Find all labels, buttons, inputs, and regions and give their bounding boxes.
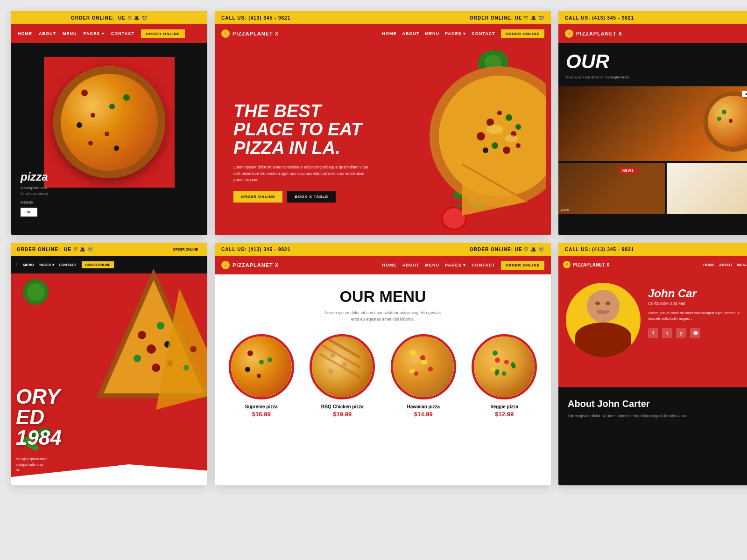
nav-contact-1[interactable]: CONTACT bbox=[111, 31, 134, 36]
john-bottom-section: About John Carter Lorem ipsum dolor sit … bbox=[558, 387, 747, 485]
nav-menu-5[interactable]: MENU bbox=[425, 263, 439, 267]
nav-home-2[interactable]: HOME bbox=[382, 31, 396, 36]
nav-pages-2[interactable]: PAGES ▾ bbox=[445, 31, 466, 36]
article-sub-2 bbox=[667, 163, 747, 214]
nav-menu-2[interactable]: MENU bbox=[425, 31, 439, 36]
panel-1-content: pizza is voluptate velitfur sint occaeca… bbox=[11, 43, 207, 235]
navbar-3: 🍕 PIZZAPLANET X bbox=[558, 24, 747, 43]
nav-home-1[interactable]: HOME bbox=[18, 31, 32, 36]
brand-name-5: PIZZAPLANET X bbox=[233, 262, 279, 268]
logo-icon-3: 🍕 bbox=[565, 29, 573, 38]
avatar-john bbox=[566, 283, 641, 357]
pizza-slices-svg bbox=[369, 52, 546, 216]
menu-grid: Supreme pizza $16.99 bbox=[224, 334, 542, 418]
order-label-4: ORDER ONLINE: bbox=[17, 247, 60, 252]
nav-contact-2[interactable]: CONTACT bbox=[472, 31, 495, 36]
pineapple-2 bbox=[421, 360, 427, 364]
s-t5 bbox=[268, 357, 272, 362]
topping-6 bbox=[123, 94, 130, 101]
call-label-5: CALL US: (413) 345 - 9821 bbox=[221, 247, 290, 252]
p4-nav-item1: T bbox=[16, 263, 18, 267]
p6-nav-about[interactable]: ABOUT bbox=[719, 263, 732, 267]
svg-point-4 bbox=[477, 132, 485, 140]
p6-nav: 🍕 PIZZAPLANET X HOME ABOUT MENU PAGES ▾ bbox=[558, 256, 747, 273]
topping-2 bbox=[109, 104, 115, 109]
veg-2 bbox=[504, 360, 509, 364]
pizza-name-hawaiian: Hawaiian pizza bbox=[407, 404, 440, 409]
panel-top-center: CALL US: (413) 345 - 9821 ORDER ONLINE: … bbox=[215, 11, 551, 235]
s-t4 bbox=[257, 374, 261, 378]
p6-nav-menu[interactable]: MENU bbox=[737, 263, 747, 267]
nav-about-1[interactable]: ABOUT bbox=[39, 31, 56, 36]
p4-nav-pages[interactable]: PAGES ▾ bbox=[38, 263, 54, 267]
book-table-btn-2[interactable]: BOOK A TABLE bbox=[287, 191, 336, 203]
topbar-5: CALL US: (413) 345 - 9821 ORDER ONLINE: … bbox=[215, 243, 551, 256]
logo-icon-5: 🍕 bbox=[221, 261, 230, 269]
svg-point-16 bbox=[147, 344, 156, 354]
nav-about-2[interactable]: ABOUT bbox=[402, 31, 419, 36]
brand-name-2: PIZZAPLANET X bbox=[233, 31, 279, 36]
p6-brand: PIZZAPLANET X bbox=[573, 262, 609, 267]
brand-name-3: PIZZAPLANET X bbox=[576, 31, 622, 36]
mouth bbox=[596, 310, 609, 314]
p1-text-area: pizza is voluptate velitfur sint occaeca… bbox=[21, 170, 48, 217]
svg-point-14 bbox=[138, 331, 146, 339]
john-name-text: John Car bbox=[648, 287, 747, 300]
topbar-icons-1: UE ♡ 🎩 🥸 bbox=[118, 15, 148, 21]
svg-point-6 bbox=[492, 142, 498, 149]
social-facebook[interactable]: f bbox=[648, 328, 658, 338]
topbar-2: CALL US: (413) 345 - 9821 ORDER ONLINE: … bbox=[215, 11, 551, 24]
order-btn-4[interactable]: ORDER ONLINE bbox=[169, 246, 202, 252]
veg-3 bbox=[490, 367, 495, 371]
nav-menu-1[interactable]: MENU bbox=[63, 31, 77, 36]
article-pizza-1 bbox=[703, 91, 747, 152]
order-button-1[interactable]: ORDER ONLINE bbox=[141, 29, 184, 38]
svg-point-13 bbox=[505, 135, 518, 142]
order-online-btn-2[interactable]: ORDER ONLINE bbox=[233, 191, 282, 203]
john-profile-area: John Car Co-founder and Mar Lorem ipsum … bbox=[558, 273, 747, 404]
nav-about-5[interactable]: ABOUT bbox=[402, 263, 419, 267]
p1-order-btn[interactable]: W bbox=[21, 208, 37, 217]
john-role-text: Co-founder and Mar bbox=[648, 301, 747, 306]
navbar-5: 🍕 PIZZAPLANET X HOME ABOUT MENU PAGES ▾ … bbox=[215, 256, 551, 274]
svg-point-12 bbox=[486, 125, 503, 134]
p4-nav-contact[interactable]: CONTACT bbox=[59, 263, 77, 267]
nav-home-5[interactable]: HOME bbox=[382, 263, 396, 267]
social-twitter[interactable]: t bbox=[662, 328, 672, 338]
call-label-2: CALL US: (413) 345 - 9821 bbox=[221, 15, 290, 21]
p6-nav-home[interactable]: HOME bbox=[703, 263, 714, 267]
pizza-item-hawaiian: Hawaiian pizza $14.99 bbox=[386, 334, 461, 418]
article-bg-1 bbox=[558, 86, 747, 161]
article-sub-label: pizza bbox=[561, 208, 569, 211]
svg-point-22 bbox=[183, 365, 189, 371]
ham-1 bbox=[420, 355, 425, 360]
social-youtube[interactable]: y bbox=[676, 328, 686, 338]
pizza-bg-bbq bbox=[312, 336, 373, 397]
nav-contact-5[interactable]: CONTACT bbox=[472, 263, 495, 267]
nav-pages-5[interactable]: PAGES ▾ bbox=[445, 263, 466, 267]
pineapple-1 bbox=[409, 350, 416, 355]
order-button-5[interactable]: ORDER ONLINE bbox=[501, 261, 544, 270]
svg-point-8 bbox=[483, 147, 488, 153]
panel-bottom-left: ORDER ONLINE: UE ♡ 🎩 🥸 ORDER ONLINE T ME… bbox=[11, 243, 207, 485]
article-card-1: ARTICLES bbox=[558, 86, 747, 161]
p4-nav-menu[interactable]: MENU bbox=[23, 263, 34, 267]
p6-nav-links: HOME ABOUT MENU PAGES ▾ bbox=[703, 263, 747, 267]
person-body-john bbox=[575, 322, 631, 357]
topbar-icons-2: UE ♡ 🎩 🥸 bbox=[515, 15, 544, 21]
article-sub-1: pizza bbox=[558, 163, 665, 214]
pizza-bg-hawaiian bbox=[393, 336, 454, 397]
p6-content: 🍕 PIZZAPLANET X HOME ABOUT MENU PAGES ▾ bbox=[558, 256, 747, 485]
history-line3: 1984 bbox=[16, 427, 62, 448]
pizza-bg-veggie bbox=[474, 336, 535, 397]
order-button-2[interactable]: ORDER ONLINE bbox=[501, 29, 544, 38]
hero-title-2: THE BESTPLACE TO EATPIZZA IN LA. bbox=[233, 102, 374, 158]
hero-desc-2: Lorem ipsum dolor sit amet consectetur a… bbox=[233, 164, 374, 183]
svg-point-7 bbox=[503, 147, 510, 154]
menu-content: OUR MENU Lorem ipsum dolor sit amet cons… bbox=[215, 274, 551, 485]
social-phone[interactable]: ☎ bbox=[690, 328, 700, 338]
nav-pages-1[interactable]: PAGES ▾ bbox=[84, 31, 105, 36]
history-text-area: ORY ED 1984 bbox=[16, 386, 62, 448]
order-area-5: ORDER ONLINE: UE ♡ 🎩 🥸 bbox=[470, 247, 544, 252]
nav-logo-2: 🍕 PIZZAPLANET X bbox=[221, 29, 279, 38]
